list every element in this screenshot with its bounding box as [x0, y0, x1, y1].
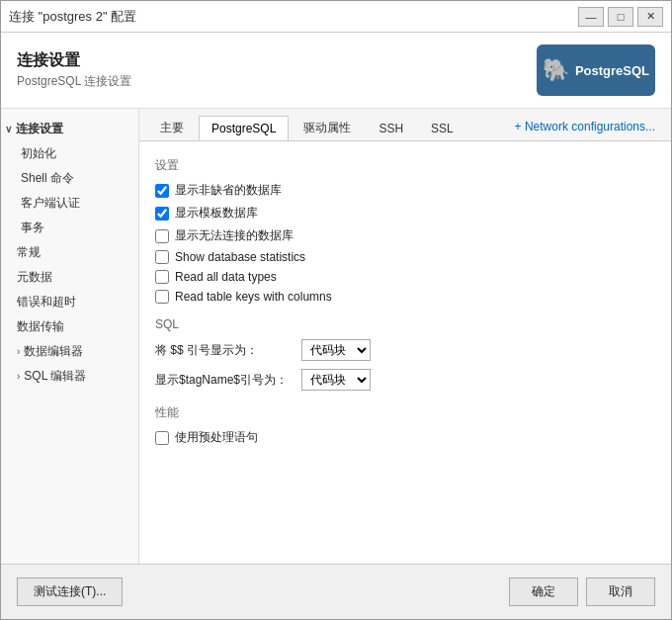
window-controls: — □ ✕: [578, 7, 663, 27]
sub-title: PostgreSQL 连接设置: [17, 73, 131, 90]
sidebar-item-label: SQL 编辑器: [24, 368, 86, 385]
tab-ssl[interactable]: SSL: [418, 116, 466, 140]
chevron-down-icon: ∨: [5, 124, 12, 134]
sidebar: ∨ 连接设置 初始化 Shell 命令 客户端认证 事务 常规: [1, 109, 139, 564]
tab-main[interactable]: 主要: [147, 114, 197, 141]
tab-ssh[interactable]: SSH: [366, 116, 416, 140]
checkbox-row-perf: 使用预处理语句: [155, 429, 655, 446]
checkbox-label-6[interactable]: Read table keys with columns: [175, 290, 332, 304]
sidebar-item-label: 数据传输: [17, 318, 64, 335]
main-body: ∨ 连接设置 初始化 Shell 命令 客户端认证 事务 常规: [1, 109, 671, 564]
checkbox-label-perf[interactable]: 使用预处理语句: [175, 429, 258, 446]
sidebar-item-connection-settings[interactable]: ∨ 连接设置: [1, 117, 138, 141]
sidebar-item-label: 客户端认证: [21, 195, 80, 212]
footer-right: 确定 取消: [509, 577, 655, 606]
sidebar-item-label: 事务: [21, 220, 44, 236]
footer-left: 测试连接(T)...: [17, 577, 123, 606]
sidebar-item-dataeditor[interactable]: › 数据编辑器: [1, 339, 138, 364]
header-text: 连接设置 PostgreSQL 连接设置: [17, 50, 131, 90]
logo-text: PostgreSQL: [575, 63, 649, 78]
title-bar: 连接 "postgres 2" 配置 — □ ✕: [1, 1, 671, 33]
checkbox-read-all-types[interactable]: [155, 270, 169, 284]
network-config-button[interactable]: + Network configurations...: [507, 115, 663, 138]
tab-postgresql[interactable]: PostgreSQL: [199, 116, 289, 140]
main-window: 连接 "postgres 2" 配置 — □ ✕ 连接设置 PostgreSQL…: [0, 0, 672, 620]
chevron-right-icon: ›: [17, 346, 20, 357]
sidebar-item-metadata[interactable]: 元数据: [1, 265, 138, 290]
content-area: 主要 PostgreSQL 驱动属性 SSH SSL + Network con…: [139, 109, 671, 564]
checkbox-row-3: 显示无法连接的数据库: [155, 227, 655, 244]
sidebar-item-label: 常规: [17, 244, 41, 261]
sidebar-item-init[interactable]: 初始化: [1, 141, 138, 166]
checkbox-use-prepared-stmt[interactable]: [155, 431, 169, 445]
sidebar-item-datatransfer[interactable]: 数据传输: [1, 314, 138, 339]
checkbox-label-3[interactable]: 显示无法连接的数据库: [175, 227, 294, 244]
checkbox-label-4[interactable]: Show database statistics: [175, 250, 305, 264]
sql-section-divider: SQL: [155, 317, 655, 331]
checkbox-row-4: Show database statistics: [155, 250, 655, 264]
sql-select-2[interactable]: 代码块 字符串 无: [301, 369, 371, 391]
checkbox-row-1: 显示非缺省的数据库: [155, 182, 655, 199]
checkbox-row-6: Read table keys with columns: [155, 290, 655, 304]
tab-content: 设置 显示非缺省的数据库 显示模板数据库 显示无法连接的数据库: [139, 141, 671, 564]
sidebar-item-label: Shell 命令: [21, 170, 74, 187]
checkbox-show-nondeft-db[interactable]: [155, 184, 169, 198]
minimize-button[interactable]: —: [578, 7, 604, 27]
maximize-button[interactable]: □: [608, 7, 633, 27]
checkbox-label-5[interactable]: Read all data types: [175, 270, 277, 284]
footer: 测试连接(T)... 确定 取消: [1, 564, 671, 619]
ok-button[interactable]: 确定: [509, 577, 578, 606]
checkbox-show-db-stats[interactable]: [155, 250, 169, 264]
checkbox-show-disconnected-db[interactable]: [155, 229, 169, 243]
checkbox-row-2: 显示模板数据库: [155, 205, 655, 221]
sidebar-item-label: 数据编辑器: [24, 343, 83, 360]
sidebar-item-general[interactable]: 常规: [1, 240, 138, 265]
sql-row-2: 显示$tagName$引号为： 代码块 字符串 无: [155, 369, 655, 391]
sidebar-item-sqleditor[interactable]: › SQL 编辑器: [1, 364, 138, 389]
perf-section-title: 性能: [155, 404, 655, 421]
sql-row-1: 将 $$ 引号显示为： 代码块 字符串 无: [155, 339, 655, 361]
sidebar-item-auth[interactable]: 客户端认证: [1, 191, 138, 216]
test-connection-button[interactable]: 测试连接(T)...: [17, 577, 123, 606]
chevron-right-icon: ›: [17, 371, 20, 382]
sidebar-item-label: 连接设置: [16, 121, 63, 137]
perf-section-divider: 性能: [155, 404, 655, 421]
sidebar-item-shell[interactable]: Shell 命令: [1, 166, 138, 191]
sql-select-1[interactable]: 代码块 字符串 无: [301, 339, 371, 361]
header-area: 连接设置 PostgreSQL 连接设置 🐘 PostgreSQL: [1, 33, 671, 109]
tab-driver[interactable]: 驱动属性: [291, 114, 364, 141]
tabs-bar: 主要 PostgreSQL 驱动属性 SSH SSL + Network con…: [139, 109, 671, 141]
sql-label-2: 显示$tagName$引号为：: [155, 372, 294, 389]
window-title: 连接 "postgres 2" 配置: [9, 8, 136, 26]
sidebar-item-label: 错误和超时: [17, 294, 76, 310]
settings-section-title: 设置: [155, 157, 655, 174]
sidebar-item-errors[interactable]: 错误和超时: [1, 290, 138, 314]
checkbox-label-1[interactable]: 显示非缺省的数据库: [175, 182, 282, 199]
sql-label-1: 将 $$ 引号显示为：: [155, 342, 294, 359]
sql-section-title: SQL: [155, 317, 655, 331]
sidebar-item-label: 初始化: [21, 145, 56, 162]
close-button[interactable]: ✕: [637, 7, 663, 27]
checkbox-row-5: Read all data types: [155, 270, 655, 284]
checkbox-label-2[interactable]: 显示模板数据库: [175, 205, 258, 221]
elephant-icon: 🐘: [543, 57, 569, 83]
checkbox-show-template-db[interactable]: [155, 207, 169, 221]
main-title: 连接设置: [17, 50, 131, 71]
sidebar-item-transaction[interactable]: 事务: [1, 216, 138, 240]
sidebar-item-label: 元数据: [17, 269, 52, 286]
cancel-button[interactable]: 取消: [586, 577, 655, 606]
window-content: 连接设置 PostgreSQL 连接设置 🐘 PostgreSQL ∨ 连接设置…: [1, 33, 671, 619]
postgres-logo: 🐘 PostgreSQL: [537, 44, 655, 96]
checkbox-read-table-keys[interactable]: [155, 290, 169, 304]
